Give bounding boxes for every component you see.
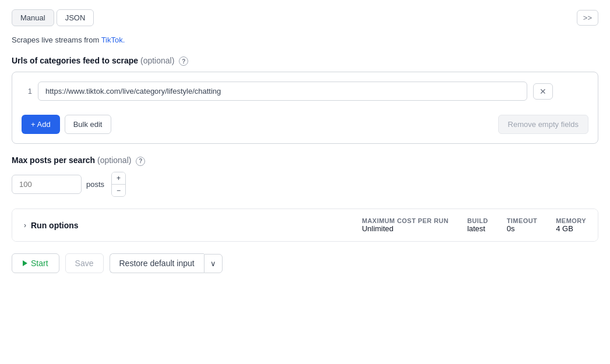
meta-label-cost: MAXIMUM COST PER RUN xyxy=(362,217,449,224)
url-actions-left: + Add Bulk edit xyxy=(22,115,111,134)
run-options-section: › Run options MAXIMUM COST PER RUN Unlim… xyxy=(12,208,598,242)
tiktok-link[interactable]: TikTok. xyxy=(101,36,125,44)
restore-default-button[interactable]: Restore default input xyxy=(110,253,204,273)
start-button[interactable]: Start xyxy=(12,253,59,273)
meta-label-timeout: TIMEOUT xyxy=(507,217,538,224)
tab-json[interactable]: JSON xyxy=(57,9,94,26)
meta-item-build: BUILD latest xyxy=(467,217,488,233)
remove-url-button[interactable]: ✕ xyxy=(533,83,553,100)
stepper-plus-button[interactable]: + xyxy=(112,172,125,185)
url-list-container: 1 ✕ + Add Bulk edit Remove empty fields xyxy=(12,72,598,144)
posts-label: posts xyxy=(86,180,104,189)
meta-value-memory: 4 GB xyxy=(556,224,573,233)
add-url-button[interactable]: + Add xyxy=(22,115,60,134)
tab-bar: Manual JSON >> xyxy=(12,9,598,26)
max-posts-help-icon[interactable]: ? xyxy=(136,157,145,166)
remove-empty-button[interactable]: Remove empty fields xyxy=(498,115,588,134)
restore-group: Restore default input ∨ xyxy=(110,253,223,273)
bottom-toolbar: Start Save Restore default input ∨ xyxy=(12,253,598,273)
meta-value-timeout: 0s xyxy=(507,224,515,233)
description-text: Scrapes live streams from xyxy=(12,36,101,44)
description: Scrapes live streams from TikTok. xyxy=(12,36,598,44)
urls-help-icon[interactable]: ? xyxy=(179,56,188,66)
meta-label-memory: MEMORY xyxy=(556,217,586,224)
run-options-meta: MAXIMUM COST PER RUN Unlimited BUILD lat… xyxy=(362,217,586,233)
url-index: 1 xyxy=(22,87,32,96)
urls-section-label: Urls of categories feed to scrape (optio… xyxy=(12,56,598,66)
tab-group: Manual JSON xyxy=(12,9,94,26)
url-actions: + Add Bulk edit Remove empty fields xyxy=(22,115,588,134)
posts-input[interactable] xyxy=(12,175,82,194)
play-icon xyxy=(23,260,27,266)
expand-button[interactable]: >> xyxy=(577,10,598,26)
meta-item-memory: MEMORY 4 GB xyxy=(556,217,586,233)
meta-label-build: BUILD xyxy=(467,217,488,224)
meta-value-cost: Unlimited xyxy=(362,224,393,233)
url-row: 1 ✕ xyxy=(22,82,588,101)
run-options-chevron-icon: › xyxy=(24,221,26,229)
run-options-title: Run options xyxy=(31,221,79,230)
tab-manual[interactable]: Manual xyxy=(12,9,54,26)
run-options-header[interactable]: › Run options MAXIMUM COST PER RUN Unlim… xyxy=(12,209,598,241)
restore-chevron-button[interactable]: ∨ xyxy=(204,254,223,273)
meta-item-cost: MAXIMUM COST PER RUN Unlimited xyxy=(362,217,449,233)
url-input[interactable] xyxy=(38,82,527,101)
posts-stepper: + − xyxy=(111,172,126,197)
max-posts-label: Max posts per search (optional) ? xyxy=(12,156,598,165)
run-options-left: › Run options xyxy=(24,221,79,230)
meta-value-build: latest xyxy=(467,224,485,233)
stepper-minus-button[interactable]: − xyxy=(112,185,125,196)
save-button[interactable]: Save xyxy=(65,253,104,273)
bulk-edit-button[interactable]: Bulk edit xyxy=(65,115,111,134)
posts-input-row: posts + − xyxy=(12,172,598,197)
max-posts-section: Max posts per search (optional) ? posts … xyxy=(12,156,598,197)
meta-item-timeout: TIMEOUT 0s xyxy=(507,217,538,233)
